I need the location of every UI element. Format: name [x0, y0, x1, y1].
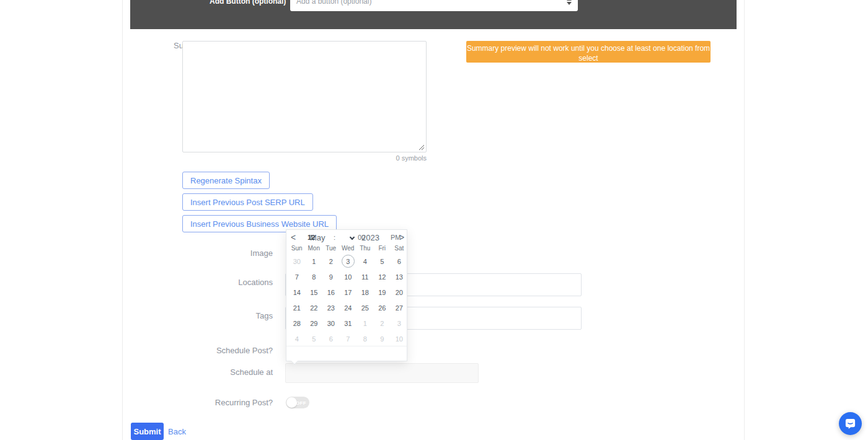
calendar-day[interactable]: 29: [306, 315, 323, 331]
hour-input[interactable]: 12: [306, 234, 317, 241]
calendar-day[interactable]: 7: [340, 331, 357, 346]
calendar-day[interactable]: 4: [356, 253, 374, 269]
add-button-label: Add Button (optional): [210, 0, 284, 6]
time-separator: :: [334, 234, 335, 241]
calendar-day[interactable]: 26: [374, 300, 391, 315]
chat-bubble-icon: [844, 418, 856, 429]
calendar-day[interactable]: 5: [374, 253, 391, 269]
calendar-day[interactable]: 20: [391, 284, 408, 300]
calendar-day-name: Mon: [306, 245, 323, 252]
calendar-day[interactable]: 6: [391, 253, 408, 269]
calendar-day-name: Fri: [374, 245, 391, 252]
calendar-day[interactable]: 31: [340, 315, 357, 331]
minute-input[interactable]: 00: [356, 234, 367, 241]
calendar-day[interactable]: 3: [391, 315, 408, 331]
calendar-day[interactable]: 19: [374, 284, 391, 300]
calendar-day[interactable]: 23: [322, 300, 340, 315]
calendar-day[interactable]: 25: [356, 300, 374, 315]
recurring-post-toggle[interactable]: OFF: [286, 397, 309, 408]
select-stepper-icon: [567, 0, 572, 5]
schedule-post-label: Schedule Post?: [174, 346, 273, 355]
calendar-day[interactable]: 22: [306, 300, 323, 315]
calendar-day[interactable]: 10: [391, 331, 408, 346]
calendar-day[interactable]: 2: [374, 315, 391, 331]
locations-label: Locations: [174, 278, 273, 287]
calendar-day[interactable]: 28: [288, 315, 306, 331]
submit-button[interactable]: Submit: [131, 423, 164, 440]
toggle-state-label: OFF: [296, 400, 306, 406]
calendar-day[interactable]: 1: [306, 253, 323, 269]
summary-textarea[interactable]: [182, 41, 427, 152]
calendar-day[interactable]: 3: [340, 253, 357, 269]
tags-label: Tags: [174, 311, 273, 320]
add-button-select-value: Add a button (optional): [296, 0, 371, 6]
calendar-day-name: Thu: [356, 245, 374, 252]
schedule-at-input[interactable]: [285, 363, 479, 383]
calendar-day[interactable]: 2: [322, 253, 340, 269]
calendar-day[interactable]: 30: [288, 253, 306, 269]
meridiem-toggle[interactable]: PM: [391, 234, 401, 241]
calendar-day[interactable]: 9: [322, 269, 340, 284]
calendar-day[interactable]: 6: [322, 331, 340, 346]
regenerate-spintax-button[interactable]: Regenerate Spintax: [182, 172, 270, 189]
chevron-down-icon: [350, 235, 355, 240]
symbols-counter: 0 symbols: [182, 154, 427, 162]
time-bar: [286, 346, 407, 361]
add-button-select[interactable]: Add a button (optional): [290, 0, 578, 11]
calendar-day[interactable]: 14: [288, 284, 306, 300]
calendar-day[interactable]: 8: [356, 331, 374, 346]
prev-month-icon[interactable]: <: [291, 232, 296, 242]
datetime-picker-popup: < May 2023 > SunMonTueWedThuFriSat 30123…: [286, 229, 407, 361]
calendar-day[interactable]: 27: [391, 300, 408, 315]
calendar-day[interactable]: 15: [306, 284, 323, 300]
calendar-day-name: Tue: [322, 245, 340, 252]
top-bar: Add Button (optional) Add a button (opti…: [130, 0, 737, 29]
calendar-day[interactable]: 1: [356, 315, 374, 331]
recurring-post-label: Recurring Post?: [174, 398, 273, 407]
calendar-day[interactable]: 18: [356, 284, 374, 300]
resize-handle-icon[interactable]: [418, 144, 425, 151]
calendar-day[interactable]: 4: [288, 331, 306, 346]
warning-banner: Summary preview will not work until you …: [466, 41, 711, 63]
calendar-day-name: Sun: [288, 245, 306, 252]
calendar-day-name: Sat: [391, 245, 408, 252]
calendar-day[interactable]: 16: [322, 284, 340, 300]
calendar-day-names: SunMonTueWedThuFriSat: [288, 245, 408, 252]
chat-widget-button[interactable]: [839, 412, 862, 435]
calendar-day[interactable]: 30: [322, 315, 340, 331]
calendar-grid: 3012345678910111213141516171819202122232…: [288, 253, 408, 346]
calendar-day[interactable]: 5: [306, 331, 323, 346]
calendar-day[interactable]: 24: [340, 300, 357, 315]
calendar-day[interactable]: 13: [391, 269, 408, 284]
insert-post-serp-url-button[interactable]: Insert Previous Post SERP URL: [182, 193, 313, 211]
calendar-day[interactable]: 9: [374, 331, 391, 346]
calendar-day-name: Wed: [340, 245, 357, 252]
calendar-day[interactable]: 10: [340, 269, 357, 284]
calendar-day[interactable]: 8: [306, 269, 323, 284]
calendar-day[interactable]: 21: [288, 300, 306, 315]
calendar-day[interactable]: 7: [288, 269, 306, 284]
calendar-day[interactable]: 17: [340, 284, 357, 300]
back-link[interactable]: Back: [168, 427, 186, 436]
calendar-day[interactable]: 11: [356, 269, 374, 284]
schedule-at-label: Schedule at: [174, 367, 273, 377]
calendar-day[interactable]: 12: [374, 269, 391, 284]
image-label: Image: [174, 249, 273, 258]
